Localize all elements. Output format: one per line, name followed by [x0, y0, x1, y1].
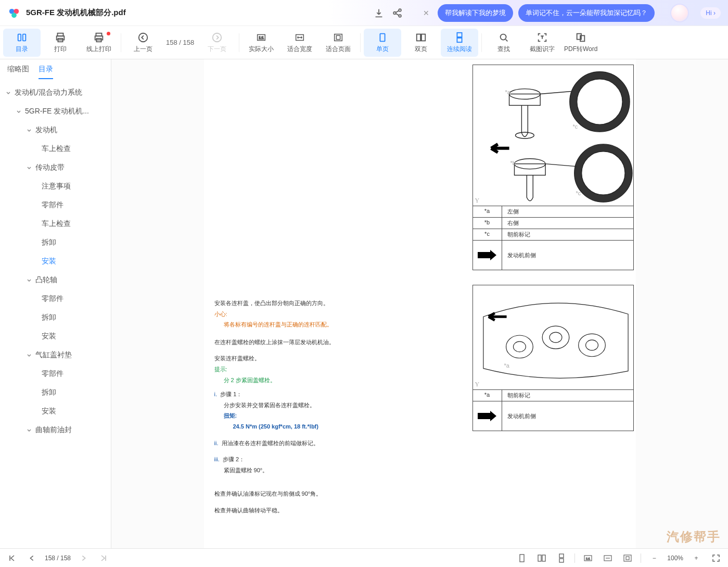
svg-point-26	[501, 34, 506, 40]
outline-item[interactable]: 5GR-FE 发动机机...	[0, 102, 111, 121]
continuous-button[interactable]: 连续阅读	[441, 29, 478, 57]
outline-item[interactable]: 传动皮带	[0, 158, 111, 177]
diagram-piston: *a *b *c *c Y *a左侧 *b右侧 *c朝前标记	[472, 65, 634, 270]
tab-thumbnails[interactable]: 缩略图	[7, 65, 29, 79]
page-indicator[interactable]: 158 / 158	[163, 39, 197, 46]
svg-rect-45	[538, 555, 541, 561]
zoom-in-button[interactable]: +	[689, 551, 703, 565]
last-page-button	[97, 551, 110, 565]
document-viewport[interactable]: 安装各连杆盖，使凸出部分朝向正确的方向。 小心: 将各标有编号的连杆盖与正确的连…	[111, 59, 728, 548]
svg-rect-6	[18, 34, 21, 41]
outline-item[interactable]: 凸轮轴	[0, 271, 111, 289]
suggestion-pill-2[interactable]: 单词记不住，云一朵能帮我加深记忆吗？	[518, 4, 655, 22]
diagram-crankshaft: *a Y *a朝前标记 发动机前侧	[472, 285, 634, 431]
download-icon[interactable]	[373, 7, 385, 19]
outline-item[interactable]: 发动机	[0, 121, 111, 140]
double-page-button[interactable]: 双页	[402, 29, 440, 57]
svg-point-42	[550, 332, 562, 343]
outline-item[interactable]: 车上检查	[0, 215, 111, 233]
svg-point-41	[513, 342, 526, 352]
online-print-button[interactable]: 线上打印	[80, 29, 118, 57]
outline-item[interactable]: 拆卸	[0, 308, 111, 327]
svg-rect-30	[509, 94, 540, 106]
find-button[interactable]: 查找	[485, 29, 522, 57]
view-single-icon[interactable]	[515, 551, 529, 565]
outline-item[interactable]: 零部件	[0, 289, 111, 308]
first-page-button[interactable]	[5, 551, 19, 565]
outline-item[interactable]: 曲轴前油封	[0, 421, 111, 439]
suggestion-pill-1[interactable]: 帮我解读下我的梦境	[438, 4, 513, 22]
svg-point-15	[213, 33, 222, 42]
chevron-down-icon	[26, 165, 32, 171]
fullscreen-button[interactable]	[709, 551, 723, 565]
arrow-right-icon	[477, 250, 497, 260]
chevron-down-icon	[26, 277, 32, 283]
y-axis-label: Y	[475, 197, 480, 205]
catalog-button[interactable]: 目录	[3, 29, 41, 57]
document-title: 5GR-FE 发动机机械部分.pdf	[26, 8, 126, 18]
to-word-button[interactable]: PDF转Word	[562, 29, 599, 57]
zoom-actual-icon[interactable]: 1:1	[581, 551, 595, 565]
prev-page-footer-button[interactable]	[25, 551, 39, 565]
crankshaft-illustration	[473, 285, 633, 389]
svg-text:1:1: 1:1	[259, 35, 264, 40]
outline-item[interactable]: 零部件	[0, 196, 111, 215]
svg-point-40	[578, 334, 605, 357]
view-continuous-icon[interactable]	[555, 551, 568, 565]
arrow-right-icon	[477, 411, 497, 421]
view-double-icon[interactable]	[535, 551, 548, 565]
sidebar: 缩略图 目录 发动机/混合动力系统 5GR-FE 发动机机... 发动机 车上检…	[0, 59, 111, 548]
svg-point-39	[542, 326, 569, 349]
svg-text:1:1: 1:1	[586, 557, 591, 560]
outline-item[interactable]: 拆卸	[0, 233, 111, 252]
outline-item[interactable]: 注意事项	[0, 177, 111, 196]
titlebar: 5GR-FE 发动机机械部分.pdf ✕ 帮我解读下我的梦境 单词记不住，云一朵…	[0, 0, 728, 26]
tab-outline[interactable]: 目录	[39, 65, 53, 79]
svg-rect-7	[23, 34, 26, 41]
outline-item[interactable]: 车上检查	[0, 140, 111, 158]
outline-item[interactable]: 安装	[0, 402, 111, 421]
fit-page-button[interactable]: 适合页面	[320, 29, 357, 57]
ocr-button[interactable]: 截图识字	[523, 29, 561, 57]
chevron-down-icon	[26, 127, 32, 133]
zoom-fitp-icon[interactable]	[621, 551, 634, 565]
zoom-level[interactable]: 100%	[667, 555, 683, 562]
outline-item[interactable]: 气缸盖衬垫	[0, 346, 111, 364]
piston-illustration	[473, 65, 633, 206]
hi-button[interactable]: Hi ›	[700, 7, 721, 19]
chevron-down-icon	[16, 108, 22, 115]
svg-rect-25	[457, 37, 462, 42]
footer-page-indicator[interactable]: 158 / 158	[45, 555, 71, 562]
chevron-right-icon	[26, 427, 32, 433]
single-page-button[interactable]: 单页	[364, 29, 401, 57]
svg-rect-22	[417, 34, 420, 41]
svg-point-14	[139, 33, 148, 42]
close-suggestion-icon[interactable]: ✕	[420, 6, 432, 20]
watermark: 汽修帮手	[667, 528, 721, 545]
next-page-button: 下一页	[198, 29, 236, 57]
svg-rect-47	[559, 554, 564, 558]
zoom-out-button[interactable]: −	[647, 551, 661, 565]
assistant-avatar[interactable]	[670, 4, 689, 22]
prev-page-button[interactable]: 上一页	[124, 29, 162, 57]
actual-size-button[interactable]: 1:1实际大小	[242, 29, 280, 57]
share-icon[interactable]	[392, 7, 403, 19]
fit-width-button[interactable]: 适合宽度	[281, 29, 318, 57]
print-button[interactable]: 打印	[42, 29, 79, 57]
outline-item[interactable]: 发动机/混合动力系统	[0, 83, 111, 102]
document-page: 安装各连杆盖，使凸出部分朝向正确的方向。 小心: 将各标有编号的连杆盖与正确的连…	[204, 59, 636, 548]
svg-rect-20	[337, 35, 340, 39]
outline-tree[interactable]: 发动机/混合动力系统 5GR-FE 发动机机... 发动机 车上检查 传动皮带 …	[0, 79, 111, 548]
outline-item-selected[interactable]: 安装	[0, 252, 111, 271]
outline-item[interactable]: 零部件	[0, 364, 111, 383]
main-toolbar: 目录 打印 线上打印 上一页 158 / 158 下一页 1:1实际大小 适合宽…	[0, 26, 728, 59]
svg-rect-53	[626, 557, 629, 560]
svg-rect-52	[624, 555, 631, 561]
svg-rect-23	[422, 34, 425, 41]
zoom-fitw-icon[interactable]	[601, 551, 615, 565]
chevron-down-icon	[5, 90, 11, 96]
svg-rect-19	[335, 34, 342, 41]
outline-item[interactable]: 安装	[0, 327, 111, 346]
svg-point-43	[585, 340, 598, 350]
outline-item[interactable]: 拆卸	[0, 383, 111, 402]
